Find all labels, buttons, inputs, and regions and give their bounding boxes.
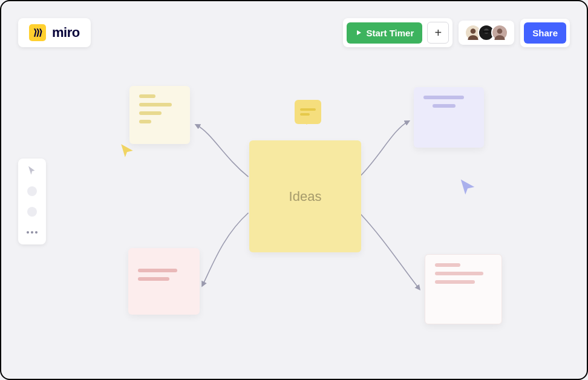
note-bottom-right [425, 254, 502, 324]
tool-sidebar [18, 159, 46, 244]
logo[interactable]: miro [18, 18, 91, 47]
circle-icon [27, 207, 37, 217]
note-top-right [414, 87, 484, 148]
top-bar-right: Start Timer + Share [343, 18, 570, 47]
select-tool[interactable] [26, 165, 38, 177]
collaborator-cursor-icon [119, 143, 135, 159]
miro-logo-icon [29, 24, 46, 41]
center-note-label: Ideas [289, 189, 322, 205]
share-button[interactable]: Share [524, 22, 566, 44]
top-bar: miro Start Timer + Share [18, 18, 570, 47]
comment-icon [295, 100, 321, 124]
cursor-icon [27, 165, 38, 176]
more-icon [27, 231, 38, 234]
collaborators[interactable] [459, 21, 514, 45]
person-icon [492, 24, 507, 41]
share-label: Share [532, 28, 558, 38]
svg-point-3 [497, 28, 503, 34]
add-button[interactable]: + [427, 22, 449, 44]
board-canvas: Ideas [1, 1, 587, 379]
timer-card: Start Timer + [343, 18, 452, 47]
play-icon [355, 29, 362, 36]
plus-icon: + [434, 26, 442, 40]
start-timer-label: Start Timer [366, 28, 414, 38]
more-tools[interactable] [26, 226, 38, 238]
app-name: miro [52, 25, 80, 41]
note-top-left [129, 86, 190, 144]
svg-rect-2 [483, 31, 490, 33]
tool-slot[interactable] [26, 206, 38, 218]
note-center: Ideas [249, 140, 361, 252]
collaborator-cursor-icon [459, 178, 477, 196]
avatar[interactable] [491, 24, 508, 41]
tool-slot[interactable] [26, 185, 38, 197]
svg-point-0 [471, 28, 476, 34]
share-card: Share [520, 19, 570, 47]
note-bottom-left [128, 248, 200, 315]
start-timer-button[interactable]: Start Timer [347, 22, 422, 44]
circle-icon [27, 186, 37, 196]
connectors [1, 1, 587, 379]
